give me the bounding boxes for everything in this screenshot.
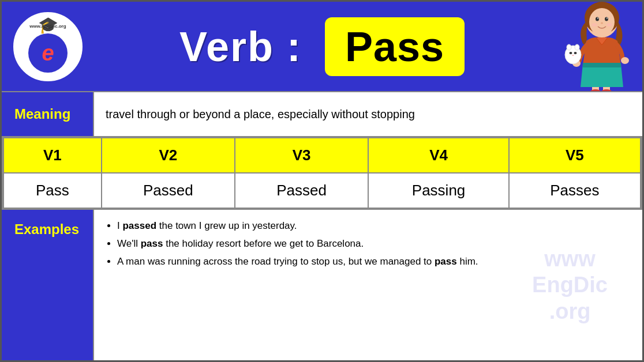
v4-cell: Passing: [368, 173, 509, 208]
col-header-v3: V3: [235, 138, 368, 173]
bold-word: pass: [141, 238, 163, 249]
bold-word: passed: [122, 220, 156, 231]
verb-label: Verb :: [179, 23, 302, 70]
main-card: 🎓 www.EngDic.org e Verb : Pass: [0, 0, 644, 362]
verb-table-section: V1 V2 V3 V4 V5 Pass Passed Passed Passin…: [2, 137, 642, 209]
svg-point-23: [572, 55, 574, 56]
list-item: A man was running across the road trying…: [117, 254, 631, 270]
svg-point-19: [567, 44, 571, 50]
col-header-v2: V2: [102, 138, 235, 173]
meaning-label: Meaning: [2, 92, 94, 136]
col-header-v5: V5: [509, 138, 641, 173]
header-section: 🎓 www.EngDic.org e Verb : Pass: [2, 2, 642, 91]
list-item: I passed the town I grew up in yesterday…: [117, 218, 631, 235]
svg-point-16: [601, 89, 612, 91]
examples-label: Examples: [2, 210, 94, 360]
svg-point-22: [574, 52, 576, 54]
col-header-v4: V4: [368, 138, 509, 173]
logo-e-letter: e: [42, 42, 54, 64]
verb-word: Pass: [345, 23, 444, 70]
svg-point-9: [591, 23, 597, 27]
v1-cell: Pass: [3, 173, 102, 208]
verb-highlight-box: Pass: [325, 17, 465, 76]
v2-cell: Passed: [102, 173, 235, 208]
v5-cell: Passes: [509, 173, 641, 208]
girl-svg: [560, 2, 635, 91]
meaning-row: Meaning travel through or beyond a place…: [2, 91, 642, 137]
examples-content: I passed the town I grew up in yesterday…: [94, 210, 642, 360]
svg-point-24: [621, 57, 629, 64]
cartoon-girl-image: [559, 2, 636, 91]
logo-circle: 🎓 www.EngDic.org e: [13, 12, 83, 81]
logo-url-top: www.EngDic.org: [17, 24, 79, 29]
table-row: Pass Passed Passed Passing Passes: [3, 173, 641, 208]
svg-point-15: [590, 89, 601, 91]
svg-rect-12: [583, 63, 621, 67]
meaning-text: travel through or beyond a place, especi…: [94, 92, 642, 136]
svg-point-21: [569, 52, 572, 54]
logo-inner: 🎓 www.EngDic.org e: [17, 16, 79, 78]
svg-point-7: [606, 18, 608, 19]
col-header-v1: V1: [3, 138, 102, 173]
bold-word: pass: [435, 256, 457, 267]
svg-point-8: [601, 22, 603, 24]
svg-point-3: [589, 8, 615, 36]
examples-list: I passed the town I grew up in yesterday…: [106, 218, 631, 270]
svg-point-20: [575, 44, 579, 50]
svg-point-4: [596, 17, 599, 21]
verb-forms-table: V1 V2 V3 V4 V5 Pass Passed Passed Passin…: [3, 137, 641, 209]
svg-point-5: [605, 17, 608, 21]
svg-point-10: [606, 23, 612, 27]
logo-e-circle: e: [28, 33, 68, 73]
v3-cell: Passed: [235, 173, 368, 208]
svg-point-6: [597, 18, 598, 19]
list-item: We'll pass the holiday resort before we …: [117, 236, 631, 252]
examples-row: Examples I passed the town I grew up in …: [2, 209, 642, 360]
